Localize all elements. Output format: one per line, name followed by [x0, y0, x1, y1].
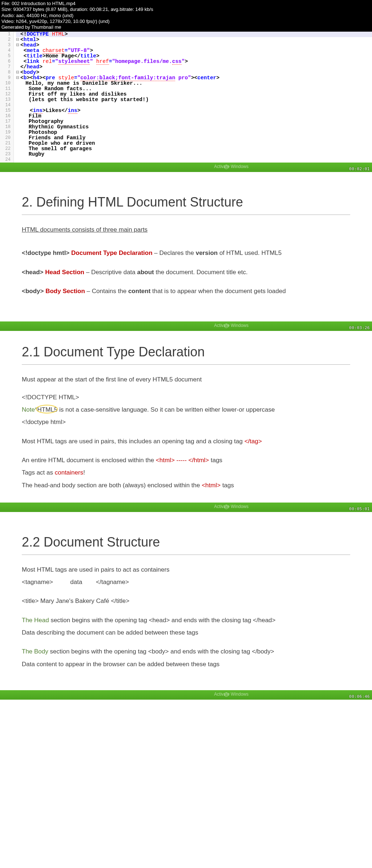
subtitle: HTML documents consists of three main pa… — [22, 225, 350, 235]
code-line — [16, 103, 372, 108]
code-line: The smell of garages — [16, 146, 372, 152]
line-number: 15 — [0, 108, 11, 113]
slide-title: 2.1 Document Type Declaration — [22, 342, 350, 362]
text-line: Must appear at the start of the first li… — [22, 375, 350, 384]
code-line: Hello, my name is Danielle Skriker... — [16, 81, 372, 86]
line-number: 18 — [0, 124, 11, 130]
code-line: <ins>Likes</ins> — [16, 108, 372, 113]
line-number: 2 — [0, 37, 11, 43]
line-number: 22 — [0, 146, 11, 152]
separator-bar: Activate Windows 00:05:01 — [0, 503, 372, 512]
note-line: Note* HTML5 is not a case-sensitive lang… — [22, 405, 350, 415]
slide-title: 2.2 Document Structure — [22, 532, 350, 552]
separator-bar: Activate Windows 00:03:26 — [0, 321, 372, 331]
code-line: </head> — [16, 64, 372, 70]
line-number: 12 — [0, 92, 11, 97]
doctype-line: <!doctype hmtl> Document Type Declaratio… — [22, 248, 350, 258]
code-editor: 1 2 3 4 5 6 7 8 9 10 11 12 13 14 15 16 1… — [0, 32, 372, 163]
timestamp-label: 00:03:26 — [349, 325, 370, 330]
body-line: <body> Body Section – Contains the conte… — [22, 287, 350, 296]
divider — [22, 364, 350, 365]
code-line: Photography — [16, 119, 372, 124]
line-number: 7 — [0, 64, 11, 70]
timestamp-label: 00:02:01 — [349, 167, 370, 171]
line-number: 16 — [0, 113, 11, 119]
code-line: ⊟<body> — [16, 70, 372, 75]
line-number: 8 — [0, 70, 11, 75]
frame-code-editor: File: 002 Introduction to HTML.mp4 Size:… — [0, 0, 372, 163]
timestamp-label: 00:05:01 — [349, 507, 370, 511]
code-line: Film — [16, 113, 372, 119]
head-line: <head> Head Section – Descriptive data a… — [22, 268, 350, 277]
code-line: Some Random facts... — [16, 86, 372, 92]
text-line: An entire HTML document is enclosed with… — [22, 456, 350, 465]
line-number: 9 — [0, 75, 11, 81]
code-line: <title>Home Page</title> — [16, 53, 372, 59]
text-line: Most HTML tags are used in pairs to act … — [22, 565, 350, 575]
separator-bar: Activate Windows 00:02:01 — [0, 163, 372, 172]
slide-title: 2. Defining HTML Document Structure — [22, 192, 350, 212]
meta-line: Audio: aac, 44100 Hz, mono (und) — [1, 13, 371, 19]
divider — [22, 215, 350, 215]
text-line: <!doctype html> — [22, 417, 350, 427]
text-line: <tagname> data </tagname> — [22, 577, 350, 587]
line-number: 6 — [0, 59, 11, 64]
divider — [22, 555, 350, 555]
activate-windows-watermark: Activate Windows — [214, 323, 248, 328]
code-line: First off my likes and dislikes — [16, 92, 372, 97]
code-line: <link rel="stylesheet" href="homepage.fi… — [16, 59, 372, 64]
text-line: <title> Mary Jane's Bakery Café </title> — [22, 596, 350, 606]
code-line: <meta charset="UTF-8"> — [16, 48, 372, 53]
code-line: Friends and Family — [16, 135, 372, 141]
text-line: Data describing the document can be adde… — [22, 628, 350, 637]
activate-windows-watermark: Activate Windows — [214, 692, 248, 697]
text-line: Data content to appear in the browser ca… — [22, 660, 350, 669]
text-line: <!DOCTYPE HTML> — [22, 393, 350, 402]
code-line: <!DOCTYPE HTML> — [16, 32, 372, 37]
line-number: 13 — [0, 97, 11, 103]
slide-document-structure: 2.2 Document Structure Most HTML tags ar… — [0, 512, 372, 690]
line-number: 23 — [0, 152, 11, 157]
line-number: 10 — [0, 81, 11, 86]
code-line: ⊟<html> — [16, 37, 372, 43]
line-number: 11 — [0, 86, 11, 92]
meta-line: Generated by Thumbnail me — [1, 24, 371, 30]
line-number: 21 — [0, 141, 11, 146]
meta-line: Size: 9304737 bytes (8.87 MiB), duration… — [1, 7, 371, 12]
meta-line: Video: h264, yuv420p, 1278x720, 10.00 fp… — [1, 19, 371, 24]
slide-doctype-declaration: 2.1 Document Type Declaration Must appea… — [0, 331, 372, 503]
line-number: 14 — [0, 103, 11, 108]
line-number: 1 — [0, 32, 11, 37]
line-number: 24 — [0, 157, 11, 163]
code-line: Rugby — [16, 152, 372, 157]
code-body[interactable]: <!DOCTYPE HTML> ⊟<html> ⊟<head> <meta ch… — [14, 32, 372, 163]
slide-defining-structure: 2. Defining HTML Document Structure HTML… — [0, 172, 372, 321]
line-number: 20 — [0, 135, 11, 141]
head-section-line: The Head section begins with the opening… — [22, 616, 350, 625]
line-number: 19 — [0, 130, 11, 135]
code-line: People who are driven — [16, 141, 372, 146]
video-metadata: File: 002 Introduction to HTML.mp4 Size:… — [0, 0, 372, 32]
code-line: Photoshop — [16, 130, 372, 135]
text-line: Most HTML tags are used in pairs, this i… — [22, 437, 350, 446]
code-line: (lets get this website party started!) — [16, 97, 372, 103]
line-number: 3 — [0, 43, 11, 48]
line-number: 4 — [0, 48, 11, 53]
timestamp-label: 00:06:46 — [349, 694, 370, 699]
text-line: The head-and body section are both (alwa… — [22, 481, 350, 490]
line-number: 17 — [0, 119, 11, 124]
activate-windows-watermark: Activate Windows — [214, 164, 248, 169]
meta-line: File: 002 Introduction to HTML.mp4 — [1, 1, 371, 7]
code-line: Rhythmic Gymnastics — [16, 124, 372, 130]
body-section-line: The Body section begins with the opening… — [22, 647, 350, 656]
line-gutter: 1 2 3 4 5 6 7 8 9 10 11 12 13 14 15 16 1… — [0, 32, 14, 163]
separator-bar: Activate Windows 00:06:46 — [0, 690, 372, 700]
text-line: Tags act as containers! — [22, 468, 350, 477]
line-number: 5 — [0, 53, 11, 59]
code-line: ⊟<head> — [16, 43, 372, 48]
code-line: ⊟<b><h4><pre style="color:black;font-fam… — [16, 75, 372, 81]
activate-windows-watermark: Activate Windows — [214, 504, 248, 509]
